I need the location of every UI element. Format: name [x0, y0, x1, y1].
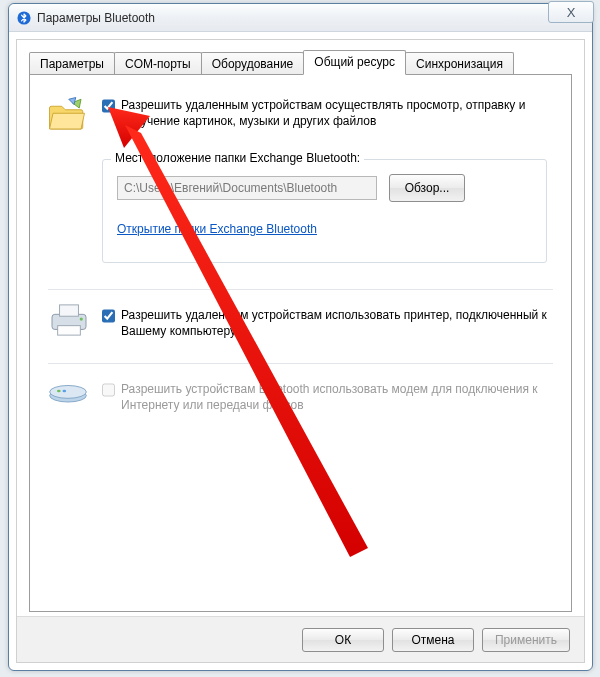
tab-parameters[interactable]: Параметры [29, 52, 115, 75]
allow-modem-row: Разрешить устройствам Bluetooth использо… [102, 381, 551, 413]
svg-point-7 [57, 390, 61, 392]
exchange-folder-legend: Местоположение папки Exchange Bluetooth: [111, 151, 364, 165]
allow-printer-checkbox[interactable] [102, 309, 115, 323]
cancel-button[interactable]: Отмена [392, 628, 474, 652]
bluetooth-icon [17, 11, 31, 25]
browse-button[interactable]: Обзор... [389, 174, 465, 202]
separator-2 [48, 363, 553, 364]
bluetooth-settings-window: Параметры Bluetooth X Параметры COM-порт… [8, 3, 593, 671]
window-title: Параметры Bluetooth [37, 11, 155, 25]
tab-panel-sharing: Разрешить удаленным устройствам осуществ… [29, 74, 572, 612]
open-exchange-folder-link[interactable]: Открытие папки Exchange Bluetooth [117, 222, 317, 236]
modem-icon [46, 379, 94, 406]
allow-file-share-row: Разрешить удаленным устройствам осуществ… [102, 97, 551, 129]
allow-modem-checkbox [102, 383, 115, 397]
close-icon: X [567, 5, 576, 20]
allow-printer-label: Разрешить удаленным устройствам использо… [121, 307, 551, 339]
close-button[interactable]: X [548, 1, 594, 23]
titlebar: Параметры Bluetooth X [9, 4, 592, 32]
tab-sharing[interactable]: Общий ресурс [303, 50, 406, 75]
svg-point-4 [80, 317, 83, 320]
folder-share-icon [46, 97, 94, 136]
svg-rect-3 [58, 326, 81, 335]
allow-file-share-checkbox[interactable] [102, 99, 115, 113]
client-area: Параметры COM-порты Оборудование Общий р… [16, 39, 585, 663]
allow-printer-row: Разрешить удаленным устройствам использо… [102, 307, 551, 339]
apply-button: Применить [482, 628, 570, 652]
svg-rect-2 [60, 305, 79, 316]
tab-com-ports[interactable]: COM-порты [114, 52, 202, 75]
tab-hardware[interactable]: Оборудование [201, 52, 305, 75]
separator-1 [48, 289, 553, 290]
svg-point-6 [50, 386, 87, 399]
allow-modem-label: Разрешить устройствам Bluetooth использо… [121, 381, 551, 413]
printer-icon [46, 303, 94, 340]
exchange-folder-group: Местоположение папки Exchange Bluetooth:… [102, 159, 547, 263]
allow-file-share-label: Разрешить удаленным устройствам осуществ… [121, 97, 551, 129]
tab-sync[interactable]: Синхронизация [405, 52, 514, 75]
exchange-folder-path[interactable] [117, 176, 377, 200]
tabstrip: Параметры COM-порты Оборудование Общий р… [29, 50, 572, 75]
ok-button[interactable]: ОК [302, 628, 384, 652]
dialog-button-bar: ОК Отмена Применить [17, 616, 584, 662]
svg-point-8 [63, 390, 67, 392]
